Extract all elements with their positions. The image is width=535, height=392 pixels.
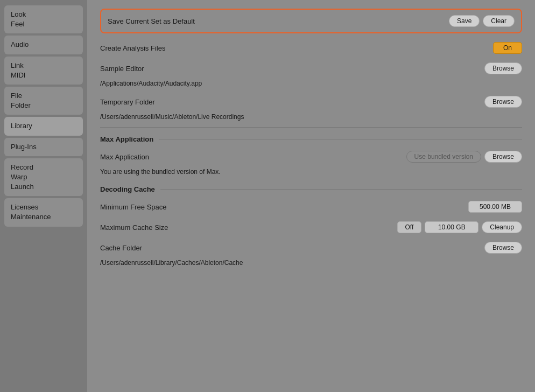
max-application-info: You are using the bundled version of Max…	[100, 167, 522, 180]
cache-folder-row: Cache Folder Browse	[100, 237, 522, 258]
save-clear-controls: Save Clear	[449, 15, 515, 27]
sidebar-item-file-folder[interactable]: File Folder	[4, 87, 83, 115]
sidebar-item-audio[interactable]: Audio	[4, 36, 83, 54]
cache-folder-browse-button[interactable]: Browse	[484, 242, 522, 254]
sidebar-item-licenses-maintenance[interactable]: Licenses Maintenance	[4, 198, 83, 226]
max-application-section: Max Application	[100, 130, 522, 146]
sidebar-item-record-warp-launch[interactable]: Record Warp Launch	[4, 158, 83, 197]
decoding-cache-section: Decoding Cache	[100, 180, 522, 197]
use-bundled-version-button[interactable]: Use bundled version	[406, 151, 481, 163]
main-content: Save Current Set as Default Save Clear C…	[87, 0, 535, 392]
min-free-space-label: Minimum Free Space	[100, 203, 468, 211]
save-current-set-label: Save Current Set as Default	[108, 17, 449, 25]
max-cache-size-label: Maximum Cache Size	[100, 223, 397, 232]
clear-button[interactable]: Clear	[483, 15, 515, 27]
save-current-set-row: Save Current Set as Default Save Clear	[100, 9, 522, 33]
temporary-folder-row: Temporary Folder Browse	[100, 92, 522, 112]
create-analysis-on-button[interactable]: On	[493, 42, 522, 54]
save-button[interactable]: Save	[449, 15, 480, 27]
cache-folder-path: /Users/adenrussell/Library/Caches/Ableto…	[100, 258, 522, 271]
cache-folder-label: Cache Folder	[100, 244, 484, 252]
max-application-divider-line	[159, 139, 522, 139]
sample-editor-row: Sample Editor Browse	[100, 58, 522, 79]
cleanup-button[interactable]: Cleanup	[482, 221, 522, 233]
max-application-row: Max Application Use bundled version Brow…	[100, 146, 522, 167]
divider-1	[100, 127, 522, 128]
decoding-cache-divider-line	[160, 189, 522, 190]
sample-editor-path: /Applications/Audacity/Audacity.app	[100, 79, 522, 92]
sample-editor-browse-button[interactable]: Browse	[484, 62, 522, 74]
temporary-folder-label: Temporary Folder	[100, 98, 484, 106]
max-application-browse-button[interactable]: Browse	[484, 151, 522, 163]
max-cache-size-value[interactable]: 10.00 GB	[425, 221, 478, 233]
sidebar-item-link-midi[interactable]: Link MIDI	[4, 57, 83, 85]
decoding-cache-section-title: Decoding Cache	[100, 185, 155, 193]
max-application-label: Max Application	[100, 153, 406, 161]
create-analysis-label: Create Analysis Files	[100, 44, 493, 52]
sample-editor-label: Sample Editor	[100, 65, 484, 73]
create-analysis-row: Create Analysis Files On	[100, 38, 522, 58]
create-analysis-controls: On	[493, 42, 522, 54]
max-cache-off-button[interactable]: Off	[397, 221, 422, 233]
max-application-section-title: Max Application	[100, 135, 153, 143]
temporary-folder-browse-button[interactable]: Browse	[484, 96, 522, 108]
min-free-space-row: Minimum Free Space 500.00 MB	[100, 197, 522, 217]
sidebar-item-plug-ins[interactable]: Plug-Ins	[4, 138, 83, 156]
sidebar-item-library[interactable]: Library	[4, 117, 83, 135]
temporary-folder-path: /Users/adenrussell/Music/Ableton/Live Re…	[100, 112, 522, 125]
sidebar: Look Feel Audio Link MIDI File Folder Li…	[0, 0, 87, 392]
min-free-space-value[interactable]: 500.00 MB	[468, 201, 522, 213]
max-cache-size-row: Maximum Cache Size Off 10.00 GB Cleanup	[100, 217, 522, 237]
sidebar-item-look-feel[interactable]: Look Feel	[4, 5, 83, 33]
